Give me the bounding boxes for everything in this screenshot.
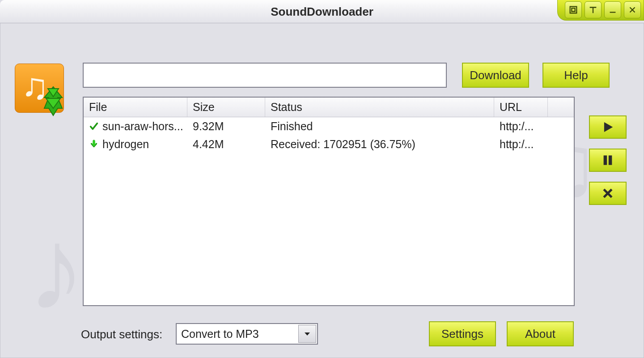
downloads-table: File Size Status URL sun-araw-hors... 9.… — [83, 97, 575, 306]
client-area: ♪ ♫ ♫ Download Help File Size Status URL — [0, 23, 644, 358]
table-body: sun-araw-hors... 9.32M Finished http:/..… — [84, 117, 574, 153]
check-icon — [89, 121, 99, 131]
window-controls — [557, 0, 644, 21]
window-minimize-icon[interactable] — [604, 1, 621, 18]
window-restore-icon[interactable] — [565, 1, 582, 18]
cell-file: sun-araw-hors... — [102, 120, 183, 133]
url-input[interactable] — [83, 63, 447, 88]
svg-rect-3 — [609, 156, 612, 165]
downloading-icon — [89, 139, 99, 149]
output-settings-label: Output settings: — [81, 328, 162, 341]
app-logo: ♫ — [15, 64, 64, 113]
title-bar: SoundDownloader — [0, 0, 644, 23]
pause-button[interactable] — [589, 149, 627, 172]
table-row[interactable]: sun-araw-hors... 9.32M Finished http:/..… — [84, 117, 574, 135]
cell-url: http:/... — [494, 137, 548, 152]
download-button[interactable]: Download — [462, 63, 529, 88]
cell-url: http:/... — [494, 119, 548, 134]
close-icon — [601, 187, 614, 200]
play-icon — [601, 120, 614, 134]
cell-status: Finished — [265, 119, 494, 134]
output-format-select[interactable]: Convert to MP3 — [176, 323, 318, 345]
window-title: SoundDownloader — [271, 4, 373, 18]
cell-file: hydrogen — [102, 138, 149, 151]
play-button[interactable] — [589, 115, 627, 139]
background-note-icon: ♪ — [27, 202, 85, 336]
column-header-status[interactable]: Status — [265, 98, 494, 117]
cell-status: Received: 1702951 (36.75%) — [265, 137, 494, 152]
chevron-down-icon — [303, 330, 311, 338]
table-header-row: File Size Status URL — [84, 98, 574, 117]
cell-size: 9.32M — [187, 119, 265, 134]
window-close-icon[interactable] — [624, 1, 641, 18]
column-header-url[interactable]: URL — [494, 98, 548, 117]
column-header-spacer — [548, 98, 574, 117]
output-format-value: Convert to MP3 — [181, 328, 259, 341]
table-row[interactable]: hydrogen 4.42M Received: 1702951 (36.75%… — [84, 135, 574, 153]
column-header-file[interactable]: File — [84, 98, 187, 117]
svg-rect-1 — [572, 8, 575, 11]
svg-rect-2 — [604, 156, 606, 165]
about-button[interactable]: About — [507, 321, 574, 346]
help-button[interactable]: Help — [542, 63, 610, 88]
pause-icon — [601, 153, 614, 167]
cell-size: 4.42M — [187, 137, 265, 152]
settings-button[interactable]: Settings — [429, 321, 496, 346]
window-pin-icon[interactable] — [585, 1, 602, 18]
column-header-size[interactable]: Size — [187, 98, 265, 117]
svg-rect-0 — [570, 6, 577, 13]
cancel-button[interactable] — [589, 182, 627, 205]
download-arrow-icon — [40, 86, 67, 117]
dropdown-button[interactable] — [298, 325, 316, 343]
